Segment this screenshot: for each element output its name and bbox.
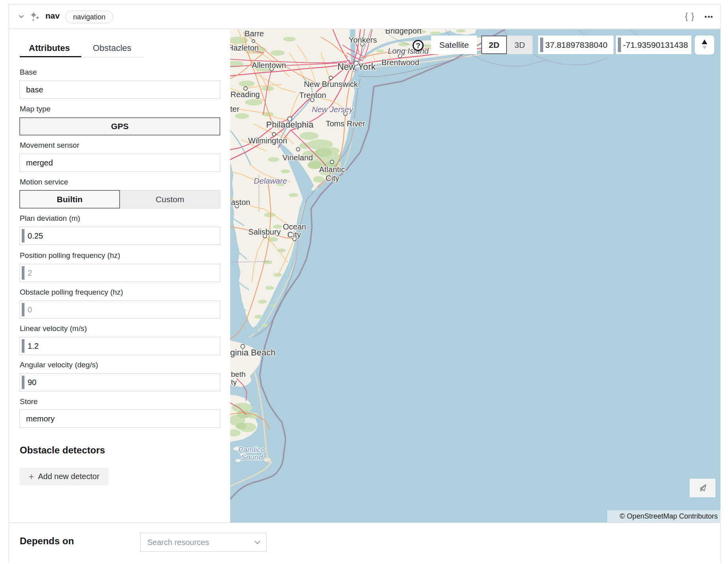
svg-text:Wilmington: Wilmington (248, 136, 287, 145)
svg-text:Barre: Barre (245, 29, 264, 38)
svg-text:Hazleton: Hazleton (230, 43, 259, 52)
svg-text:Brentwood: Brentwood (381, 58, 419, 67)
svg-text:Atlantic: Atlantic (319, 165, 345, 174)
svg-text:Philadelphia: Philadelphia (266, 120, 314, 130)
svg-text:Ocean: Ocean (283, 222, 306, 231)
svg-text:Pamlico: Pamlico (238, 446, 265, 454)
svg-text:Delaware: Delaware (254, 177, 287, 185)
svg-text:ginia Beach: ginia Beach (230, 348, 276, 357)
svg-text:Trenton: Trenton (299, 91, 326, 100)
svg-text:Yonkers: Yonkers (349, 36, 377, 44)
svg-text:ty: ty (231, 378, 237, 386)
svg-text:aston: aston (231, 198, 250, 207)
svg-text:Allentown: Allentown (252, 61, 286, 70)
svg-text:beth: beth (231, 370, 246, 378)
svg-text:New Brunswick: New Brunswick (304, 80, 358, 88)
svg-text:Toms River: Toms River (326, 119, 365, 128)
svg-text:Bridgeport: Bridgeport (385, 29, 422, 35)
svg-text:Vineland: Vineland (282, 153, 313, 162)
svg-text:New York: New York (337, 62, 376, 72)
svg-text:New Jersey: New Jersey (312, 105, 353, 114)
svg-text:City: City (287, 230, 301, 239)
svg-text:Sound: Sound (241, 453, 263, 461)
svg-text:ter: ter (230, 105, 240, 113)
svg-text:City: City (326, 174, 339, 182)
svg-text:Salisbury: Salisbury (248, 227, 281, 236)
svg-text:Reading: Reading (231, 90, 260, 99)
